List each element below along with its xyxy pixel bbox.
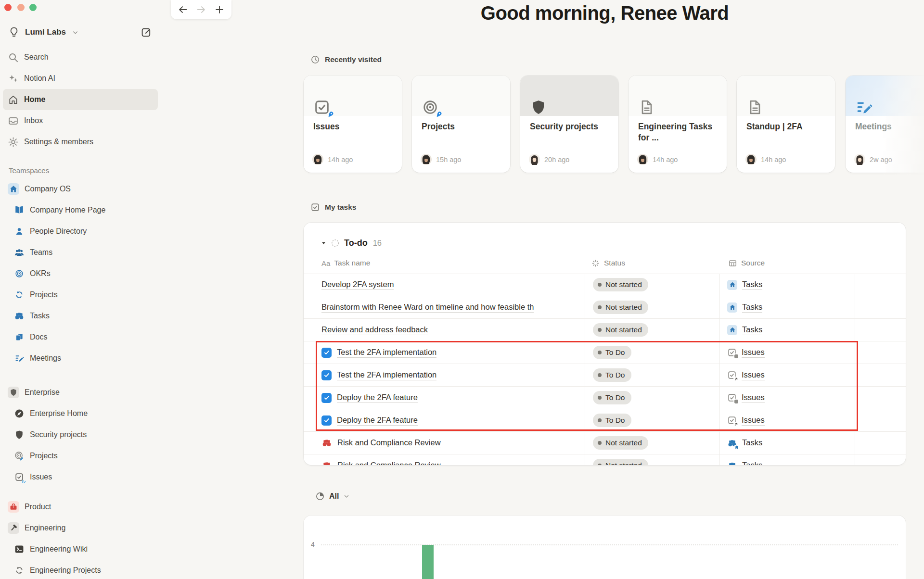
checked-checkbox[interactable]	[321, 370, 332, 380]
window-zoom-button[interactable]	[29, 4, 37, 11]
back-arrow-button[interactable]	[178, 4, 188, 15]
sidebar-item-enterprise-projects[interactable]: Projects	[3, 445, 158, 466]
table-row[interactable]: Risk and Compliance Review Not started T…	[304, 432, 906, 454]
recent-card-engineering-tasks[interactable]: Engineering Tasks for ... 14h ago	[629, 76, 727, 173]
table-row[interactable]: Brainstorm with Renee Ward on timeline a…	[304, 296, 906, 319]
group-name[interactable]: To-do	[344, 238, 368, 248]
task-cell[interactable]: Deploy the 2FA feature	[321, 387, 581, 409]
sidebar-item-inbox[interactable]: Inbox	[3, 110, 158, 131]
source-label[interactable]: Issues	[742, 415, 765, 426]
status-cell[interactable]: To Do	[593, 341, 631, 364]
sidebar-item-notion-ai[interactable]: Notion AI	[3, 68, 158, 89]
task-cell[interactable]: Risk and Compliance Review	[321, 432, 581, 454]
sidebar-item-company-os[interactable]: Company OS	[3, 178, 158, 200]
new-tab-button[interactable]	[214, 4, 225, 15]
sidebar-item-security-projects[interactable]: Security projects	[3, 424, 158, 445]
recent-card-meetings[interactable]: Meetings 2w ago	[846, 76, 924, 173]
source-cell[interactable]: Tasks	[727, 432, 762, 454]
sidebar-item-tasks[interactable]: Tasks	[3, 305, 158, 327]
task-name[interactable]: Brainstorm with Renee Ward on timeline a…	[321, 302, 534, 313]
sidebar-item-home[interactable]: Home	[3, 89, 158, 110]
source-cell[interactable]: Tasks	[727, 454, 762, 465]
sidebar-item-docs[interactable]: Docs	[3, 327, 158, 348]
source-cell[interactable]: Issues	[727, 341, 765, 364]
source-label[interactable]: Tasks	[742, 280, 762, 290]
checked-checkbox[interactable]	[321, 415, 332, 426]
status-cell[interactable]: Not started	[593, 432, 648, 454]
task-name[interactable]: Test the 2FA implementation	[337, 370, 436, 380]
recent-card-standup-2fa[interactable]: Standup | 2FA 14h ago	[737, 76, 835, 173]
status-cell[interactable]: To Do	[593, 387, 631, 409]
source-label[interactable]: Tasks	[742, 461, 762, 466]
table-row[interactable]: Test the 2FA implementation To Do Issues	[304, 364, 906, 387]
table-row[interactable]: Test the 2FA implementation To Do Issues	[304, 341, 906, 364]
table-row[interactable]: Review and address feedback Not started …	[304, 319, 906, 341]
table-row[interactable]: Deploy the 2FA feature To Do Issues	[304, 409, 906, 432]
table-row[interactable]: Deploy the 2FA feature To Do Issues	[304, 387, 906, 409]
status-cell[interactable]: To Do	[593, 364, 631, 386]
sidebar-item-product[interactable]: Product	[3, 496, 158, 517]
task-name[interactable]: Risk and Compliance Review	[337, 461, 441, 466]
source-cell[interactable]: Issues	[727, 387, 765, 409]
task-cell[interactable]: Develop 2FA system	[321, 274, 581, 296]
task-name[interactable]: Develop 2FA system	[321, 280, 394, 290]
column-source[interactable]: Source	[728, 252, 765, 274]
task-cell[interactable]: Brainstorm with Renee Ward on timeline a…	[321, 296, 581, 318]
sidebar-item-issues[interactable]: Issues	[3, 466, 158, 488]
status-cell[interactable]: Not started	[593, 296, 648, 318]
source-cell[interactable]: Issues	[727, 364, 765, 386]
status-cell[interactable]: Not started	[593, 454, 648, 465]
task-name[interactable]: Test the 2FA implementation	[337, 348, 436, 358]
task-cell[interactable]: Deploy the 2FA feature	[321, 409, 581, 431]
source-label[interactable]: Issues	[742, 393, 765, 403]
new-page-compose-button[interactable]	[141, 26, 152, 38]
source-cell[interactable]: Tasks	[727, 274, 762, 296]
collapse-triangle-icon[interactable]	[321, 240, 326, 246]
sidebar-item-engineering-wiki[interactable]: Engineering Wiki	[3, 539, 158, 560]
task-name[interactable]: Deploy the 2FA feature	[337, 415, 418, 426]
sidebar-item-okrs[interactable]: OKRs	[3, 263, 158, 284]
table-row[interactable]: Risk and Compliance Review Not started T…	[304, 454, 906, 465]
window-minimize-button[interactable]	[17, 4, 25, 11]
source-cell[interactable]: Tasks	[727, 319, 762, 341]
sidebar-item-engineering[interactable]: Engineering	[3, 517, 158, 539]
sidebar-item-teams[interactable]: Teams	[3, 242, 158, 263]
recent-card-security-projects[interactable]: Security projects 20h ago	[520, 76, 618, 173]
checked-checkbox[interactable]	[321, 348, 332, 358]
sidebar-item-enterprise-home[interactable]: Enterprise Home	[3, 403, 158, 424]
sidebar-item-people-directory[interactable]: People Directory	[3, 221, 158, 242]
sidebar-item-meetings[interactable]: Meetings	[3, 348, 158, 369]
column-status[interactable]: Status	[591, 252, 625, 274]
source-cell[interactable]: Tasks	[727, 296, 762, 318]
source-label[interactable]: Tasks	[742, 302, 762, 313]
workspace-switcher[interactable]: Lumi Labs	[4, 22, 157, 42]
sidebar-item-settings[interactable]: Settings & members	[3, 131, 158, 152]
task-name[interactable]: Deploy the 2FA feature	[337, 393, 418, 403]
table-row[interactable]: Develop 2FA system Not started Tasks	[304, 274, 906, 296]
source-label[interactable]: Issues	[742, 348, 765, 358]
status-cell[interactable]: To Do	[593, 409, 631, 431]
source-cell[interactable]: Issues	[727, 409, 765, 431]
chart-bar[interactable]	[422, 545, 434, 579]
task-cell[interactable]: Test the 2FA implementation	[321, 341, 581, 364]
sidebar-item-enterprise[interactable]: Enterprise	[3, 382, 158, 403]
task-cell[interactable]: Test the 2FA implementation	[321, 364, 581, 386]
source-label[interactable]: Issues	[742, 370, 765, 380]
forward-arrow-button[interactable]	[196, 4, 206, 15]
sidebar-item-search[interactable]: Search	[3, 47, 158, 68]
status-cell[interactable]: Not started	[593, 319, 648, 341]
task-name[interactable]: Review and address feedback	[321, 325, 428, 335]
sidebar-item-company-home-page[interactable]: Company Home Page	[3, 200, 158, 221]
window-close-button[interactable]	[4, 4, 12, 11]
source-label[interactable]: Tasks	[742, 325, 762, 335]
sidebar-item-engineering-projects[interactable]: Engineering Projects	[3, 560, 158, 579]
chart-filter[interactable]: All	[315, 491, 350, 501]
task-name[interactable]: Risk and Compliance Review	[337, 438, 441, 448]
recent-card-projects[interactable]: Projects 15h ago	[412, 76, 510, 173]
status-cell[interactable]: Not started	[593, 274, 648, 296]
sidebar-item-projects[interactable]: Projects	[3, 284, 158, 305]
source-label[interactable]: Tasks	[742, 438, 762, 448]
recent-card-issues[interactable]: Issues 14h ago	[304, 76, 402, 173]
column-task-name[interactable]: Aa Task name	[321, 252, 370, 274]
task-cell[interactable]: Review and address feedback	[321, 319, 581, 341]
